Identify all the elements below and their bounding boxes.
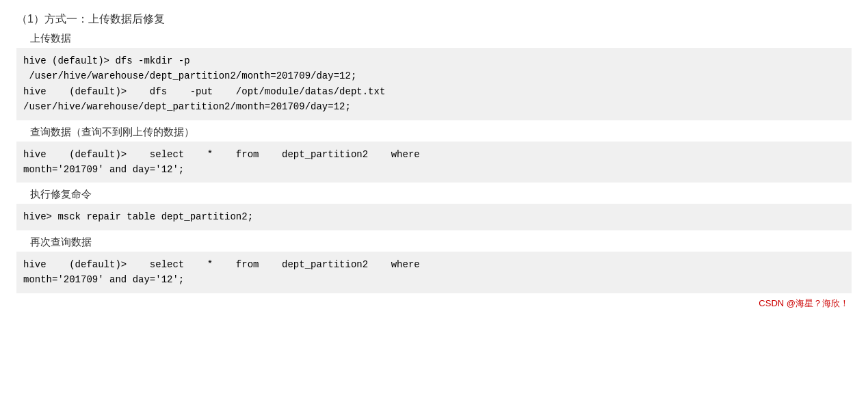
query-code-block: hive (default)> select * from dept_parti…	[16, 142, 852, 183]
footer-credit: CSDN @海星？海欣！	[16, 297, 852, 310]
upload-label: 上传数据	[30, 32, 852, 45]
repair-code-block: hive> msck repair table dept_partition2;	[16, 204, 852, 230]
requery-label: 再次查询数据	[30, 236, 852, 249]
query-label: 查询数据（查询不到刚上传的数据）	[30, 126, 852, 139]
requery-section: 再次查询数据 hive (default)> select * from dep…	[16, 236, 852, 293]
repair-label: 执行修复命令	[30, 188, 852, 201]
requery-code-block: hive (default)> select * from dept_parti…	[16, 252, 852, 293]
query-section: 查询数据（查询不到刚上传的数据） hive (default)> select …	[16, 126, 852, 183]
repair-section: 执行修复命令 hive> msck repair table dept_part…	[16, 188, 852, 230]
section-title: （1）方式一：上传数据后修复	[16, 12, 852, 27]
upload-code-block: hive (default)> dfs -mkdir -p /user/hive…	[16, 48, 852, 120]
upload-data-section: 上传数据 hive (default)> dfs -mkdir -p /user…	[16, 32, 852, 120]
